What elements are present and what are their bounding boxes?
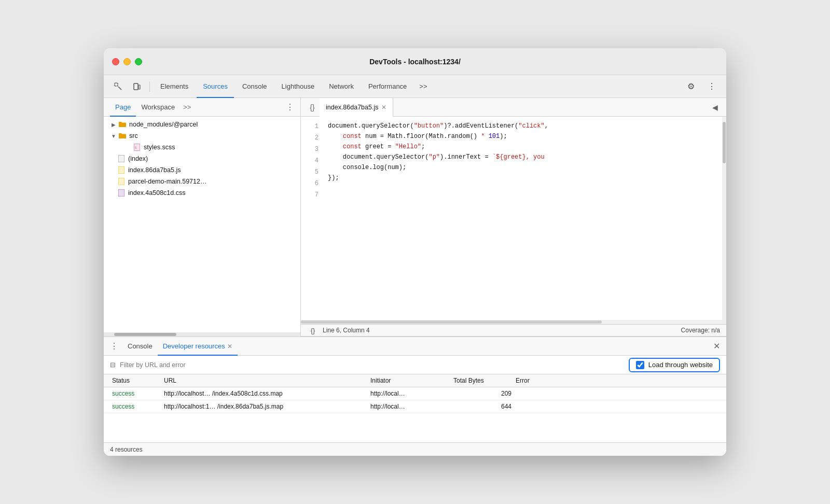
filter-input[interactable] xyxy=(120,361,629,369)
file-scss-icon: S xyxy=(133,143,141,151)
pretty-print-icon[interactable]: {} xyxy=(307,325,319,336)
table-row[interactable]: success http://localhost:1… /index.86da7… xyxy=(104,400,726,413)
list-item[interactable]: index.4a508c1d.css xyxy=(104,187,300,199)
left-panel-scrollbar[interactable] xyxy=(104,332,300,337)
table-header: Status URL Initiator Total Bytes Error xyxy=(104,374,726,387)
list-item[interactable]: (index) xyxy=(104,153,300,164)
left-panel-options-icon[interactable]: ⋮ xyxy=(286,102,294,112)
toolbar-more-tabs[interactable]: >> xyxy=(415,80,431,92)
tree-spacer xyxy=(125,144,132,151)
traffic-lights xyxy=(112,58,142,65)
svg-rect-10 xyxy=(118,178,125,185)
load-through-website-container: Load through website xyxy=(629,358,720,372)
header-url: URL xyxy=(162,374,368,387)
load-through-website-label[interactable]: Load through website xyxy=(648,361,713,369)
editor-tab-close-button[interactable]: ✕ xyxy=(381,104,386,111)
titlebar: DevTools - localhost:1234/ xyxy=(104,48,726,75)
close-button[interactable] xyxy=(112,58,119,65)
list-item[interactable]: ▼ src xyxy=(104,130,300,142)
resource-count-bar: 4 resources xyxy=(104,442,726,456)
device-toolbar-icon[interactable] xyxy=(129,79,145,94)
file-js-icon xyxy=(117,166,126,174)
header-initiator: Initiator xyxy=(368,374,451,387)
left-panel: Page Workspace >> ⋮ ▶ node_modules/@parc… xyxy=(104,98,301,337)
tab-workspace[interactable]: Workspace xyxy=(136,98,180,117)
table-row[interactable]: success http://localhost… /index.4a508c1… xyxy=(104,387,726,400)
cursor-position: Line 6, Column 4 xyxy=(323,327,370,334)
main-toolbar: Elements Sources Console Lighthouse Netw… xyxy=(104,75,726,98)
code-content[interactable]: document.querySelector("button")?.addEve… xyxy=(324,117,726,320)
header-status: Status xyxy=(110,374,162,387)
cell-bytes-2: 644 xyxy=(451,400,514,413)
file-html-icon xyxy=(117,155,126,163)
svg-rect-0 xyxy=(115,83,118,86)
tab-developer-resources[interactable]: Developer resources ✕ xyxy=(158,337,238,356)
list-item[interactable]: index.86da7ba5.js xyxy=(104,164,300,176)
tab-performance[interactable]: Performance xyxy=(362,75,413,98)
editor-tab-bar: {} index.86da7ba5.js ✕ ◀ xyxy=(301,98,726,117)
cell-bytes-1: 209 xyxy=(451,387,514,400)
folder-icon xyxy=(118,120,127,129)
code-scrollbar-vertical[interactable] xyxy=(722,117,726,320)
tree-arrow-icon: ▶ xyxy=(110,121,117,128)
toolbar-separator xyxy=(149,81,150,92)
resources-table: Status URL Initiator Total Bytes Error s… xyxy=(104,374,726,442)
svg-rect-8 xyxy=(118,166,125,174)
filter-icon: ⊟ xyxy=(110,361,116,369)
right-panel: {} index.86da7ba5.js ✕ ◀ 1 2 3 4 5 6 7 xyxy=(301,98,726,337)
tree-arrow-icon: ▼ xyxy=(110,132,117,139)
more-options-icon[interactable]: ⋮ xyxy=(703,79,720,94)
svg-rect-12 xyxy=(118,189,125,197)
resource-count: 4 resources xyxy=(110,446,143,453)
cell-status-1: success xyxy=(110,387,162,400)
coverage-status: Coverage: n/a xyxy=(681,327,720,334)
line-numbers: 1 2 3 4 5 6 7 xyxy=(301,117,324,320)
maximize-button[interactable] xyxy=(135,58,142,65)
bottom-panel-options-icon[interactable]: ⋮ xyxy=(110,341,118,351)
file-tree: ▶ node_modules/@parcel ▼ src xyxy=(104,117,300,332)
svg-rect-2 xyxy=(139,85,140,89)
cell-url-1: http://localhost… /index.4a508c1d.css.ma… xyxy=(162,387,368,400)
tab-sources[interactable]: Sources xyxy=(197,75,234,98)
bottom-panel-close-button[interactable]: ✕ xyxy=(713,341,720,351)
scrollbar-thumb xyxy=(114,333,176,336)
developer-resources-tab-close[interactable]: ✕ xyxy=(227,343,232,350)
editor-tab-active[interactable]: index.86da7ba5.js ✕ xyxy=(320,98,393,117)
code-editor: 1 2 3 4 5 6 7 document.querySelector("bu… xyxy=(301,117,726,320)
cell-url-2: http://localhost:1… /index.86da7ba5.js.m… xyxy=(162,400,368,413)
tab-page[interactable]: Page xyxy=(110,98,136,117)
bottom-tab-bar: ⋮ Console Developer resources ✕ ✕ xyxy=(104,337,726,356)
window-title: DevTools - localhost:1234/ xyxy=(369,58,461,66)
format-source-icon[interactable]: {} xyxy=(305,100,320,115)
tab-console[interactable]: Console xyxy=(236,75,273,98)
editor-tab-filename: index.86da7ba5.js xyxy=(326,104,378,111)
left-panel-more-tabs[interactable]: >> xyxy=(180,101,194,113)
file-js-icon xyxy=(117,177,126,186)
scrollbar-h-thumb xyxy=(301,320,602,324)
tab-network[interactable]: Network xyxy=(323,75,360,98)
cell-error-2 xyxy=(514,400,720,413)
list-item[interactable]: parcel-demo-main.59712… xyxy=(104,176,300,187)
code-scrollbar-horizontal[interactable] xyxy=(301,320,726,324)
bottom-panel: ⋮ Console Developer resources ✕ ✕ ⊟ Load… xyxy=(104,337,726,456)
inspect-element-icon[interactable] xyxy=(110,79,127,94)
cell-status-2: success xyxy=(110,400,162,413)
load-through-website-checkbox[interactable] xyxy=(636,361,644,369)
list-item[interactable]: ▶ node_modules/@parcel xyxy=(104,119,300,130)
tab-lighthouse[interactable]: Lighthouse xyxy=(275,75,321,98)
filter-row: ⊟ Load through website xyxy=(104,356,726,374)
list-item[interactable]: S styles.scss xyxy=(104,142,300,153)
header-bytes: Total Bytes xyxy=(451,374,514,387)
main-area: Page Workspace >> ⋮ ▶ node_modules/@parc… xyxy=(104,98,726,337)
minimize-button[interactable] xyxy=(123,58,131,65)
svg-text:S: S xyxy=(135,146,137,149)
left-panel-tabs: Page Workspace >> ⋮ xyxy=(104,98,300,117)
devtools-window: DevTools - localhost:1234/ Elements Sour… xyxy=(104,48,726,456)
collapse-panel-icon[interactable]: ◀ xyxy=(708,100,722,115)
svg-rect-6 xyxy=(118,155,125,162)
settings-icon[interactable]: ⚙ xyxy=(683,79,699,94)
folder-icon xyxy=(118,132,127,140)
tab-console-bottom[interactable]: Console xyxy=(122,337,158,356)
toolbar-right-actions: ⚙ ⋮ xyxy=(683,79,720,94)
tab-elements[interactable]: Elements xyxy=(154,75,195,98)
